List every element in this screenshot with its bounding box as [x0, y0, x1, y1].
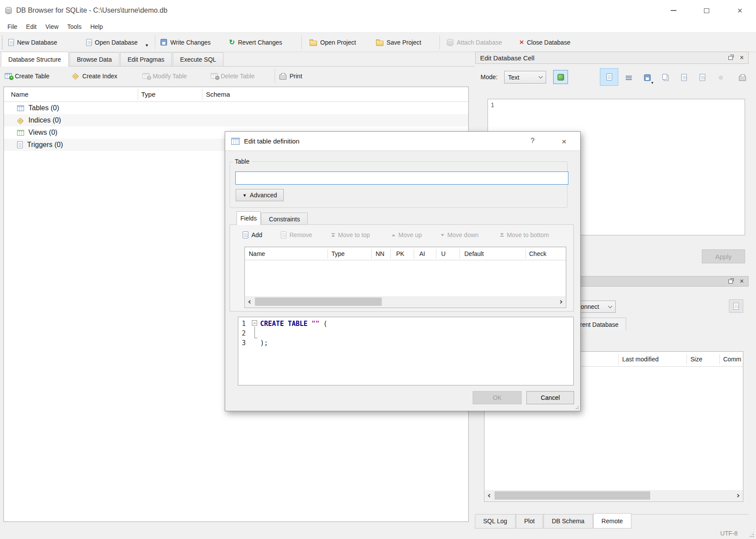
- tree-col-type[interactable]: Type: [141, 91, 156, 98]
- encoding-indicator[interactable]: UTF-8: [720, 530, 738, 537]
- scroll-right-button[interactable]: [733, 494, 742, 497]
- edit-table-definition-dialog[interactable]: Edit table definition ? × Table ▼ Advanc…: [225, 131, 581, 411]
- print-button[interactable]: Print: [279, 73, 302, 80]
- close-icon: ×: [737, 6, 742, 15]
- create-table-button[interactable]: + Create Table: [5, 73, 49, 80]
- col-default[interactable]: Default: [464, 250, 484, 257]
- float-panel-icon[interactable]: [728, 56, 733, 60]
- col-type[interactable]: Type: [331, 250, 345, 257]
- set-as-link-button[interactable]: [696, 71, 708, 84]
- column-divider[interactable]: [390, 249, 391, 259]
- tab-browse-data[interactable]: Browse Data: [70, 52, 119, 66]
- auto-apply-toggle[interactable]: [553, 70, 568, 84]
- close-button[interactable]: ×: [735, 6, 745, 15]
- word-wrap-button[interactable]: [623, 71, 635, 84]
- app-icon: [5, 7, 12, 14]
- cancel-button[interactable]: Cancel: [526, 391, 574, 404]
- column-divider[interactable]: [436, 249, 436, 259]
- window-resize-grip[interactable]: [748, 532, 754, 538]
- tab-database-structure[interactable]: Database Structure: [1, 52, 69, 66]
- revert-changes-button[interactable]: ↻ Revert Changes: [229, 39, 282, 46]
- tab-fields[interactable]: Fields: [237, 211, 261, 225]
- tab-plot[interactable]: Plot: [516, 514, 543, 528]
- fields-table[interactable]: Name Type NN PK AI U Default Check: [244, 247, 566, 308]
- create-index-button[interactable]: Create Index: [72, 73, 117, 80]
- col-nn[interactable]: NN: [376, 250, 384, 257]
- add-field-button[interactable]: + Add: [243, 231, 262, 238]
- tab-constraints[interactable]: Constraints: [261, 213, 308, 225]
- export-data-button[interactable]: [659, 71, 672, 84]
- close-panel-icon[interactable]: ×: [740, 278, 744, 285]
- edit-cell-panel-header[interactable]: Edit Database Cell ×: [475, 52, 749, 64]
- column-divider[interactable]: [526, 249, 526, 259]
- col-size[interactable]: Size: [690, 356, 702, 363]
- col-commit[interactable]: Comm: [723, 356, 741, 363]
- new-database-button[interactable]: + New Database: [8, 39, 57, 46]
- table-name-input[interactable]: [235, 172, 568, 185]
- dialog-resize-grip[interactable]: [574, 405, 579, 410]
- dialog-close-button[interactable]: ×: [558, 137, 570, 147]
- scrollbar-thumb[interactable]: [495, 491, 650, 500]
- column-divider[interactable]: [327, 249, 328, 259]
- col-u[interactable]: U: [441, 250, 446, 257]
- tree-row-tables[interactable]: Tables (0): [4, 102, 468, 114]
- tab-edit-pragmas[interactable]: Edit Pragmas: [120, 52, 172, 66]
- menu-edit[interactable]: Edit: [22, 22, 41, 32]
- float-panel-icon[interactable]: [728, 280, 733, 284]
- close-database-button[interactable]: × Close Database: [519, 38, 571, 46]
- dialog-help-button[interactable]: ?: [527, 137, 538, 147]
- tables-icon: [17, 105, 24, 111]
- save-project-button[interactable]: Save Project: [376, 39, 421, 46]
- open-database-dropdown[interactable]: ▾: [146, 42, 148, 48]
- menu-tools[interactable]: Tools: [63, 22, 86, 32]
- write-changes-icon: [160, 39, 167, 46]
- tab-db-schema[interactable]: DB Schema: [543, 514, 593, 528]
- scroll-right-button[interactable]: [556, 301, 565, 303]
- tab-execute-sql[interactable]: Execute SQL: [173, 52, 224, 66]
- column-divider[interactable]: [371, 249, 372, 259]
- col-last-modified[interactable]: Last modified: [622, 356, 658, 363]
- column-divider[interactable]: [618, 354, 619, 364]
- open-in-external-button[interactable]: →: [678, 71, 690, 84]
- import-data-button[interactable]: ▾: [641, 71, 653, 84]
- scroll-left-button[interactable]: [485, 494, 495, 497]
- menu-file[interactable]: File: [3, 22, 22, 32]
- remote-settings-button[interactable]: /: [729, 299, 743, 313]
- column-divider[interactable]: [719, 354, 720, 364]
- scroll-left-button[interactable]: [245, 301, 255, 303]
- print-cell-button[interactable]: [736, 71, 749, 84]
- col-pk[interactable]: PK: [396, 250, 404, 257]
- tree-col-divider[interactable]: [202, 89, 202, 100]
- toolbar-grip[interactable]: [2, 35, 4, 49]
- tree-col-name[interactable]: Name: [11, 91, 28, 98]
- minimize-button[interactable]: [669, 6, 678, 15]
- col-check[interactable]: Check: [529, 250, 547, 257]
- menu-view[interactable]: View: [41, 22, 63, 32]
- code-fold-marker[interactable]: −: [252, 320, 257, 326]
- close-panel-icon[interactable]: ×: [740, 54, 744, 61]
- tree-row-indices[interactable]: Indices (0): [4, 114, 468, 126]
- advanced-button[interactable]: ▼ Advanced: [236, 189, 284, 201]
- column-divider[interactable]: [414, 249, 414, 259]
- remove-field-button: − Remove: [281, 231, 312, 238]
- col-ai[interactable]: AI: [419, 250, 425, 257]
- col-name[interactable]: Name: [249, 250, 265, 257]
- write-changes-button[interactable]: Write Changes: [160, 39, 210, 46]
- tree-col-schema[interactable]: Schema: [206, 91, 230, 98]
- window-titlebar[interactable]: DB Browser for SQLite - C:\Users\turne\d…: [0, 0, 756, 21]
- column-divider[interactable]: [686, 354, 687, 364]
- tab-remote[interactable]: Remote: [593, 513, 631, 528]
- column-divider[interactable]: [460, 249, 460, 259]
- open-database-button[interactable]: → Open Database: [86, 39, 138, 46]
- add-icon: +: [243, 231, 248, 238]
- tab-sql-log[interactable]: SQL Log: [475, 514, 516, 528]
- mode-select[interactable]: Text: [504, 71, 546, 84]
- remote-table-hscrollbar[interactable]: [485, 490, 742, 501]
- maximize-button[interactable]: [702, 6, 711, 15]
- open-project-button[interactable]: → Open Project: [310, 39, 356, 46]
- text-mode-button[interactable]: [600, 68, 618, 86]
- scrollbar-thumb[interactable]: [255, 298, 382, 306]
- tree-col-divider[interactable]: [138, 89, 138, 100]
- fields-table-hscrollbar[interactable]: [245, 296, 565, 307]
- menu-help[interactable]: Help: [86, 22, 107, 32]
